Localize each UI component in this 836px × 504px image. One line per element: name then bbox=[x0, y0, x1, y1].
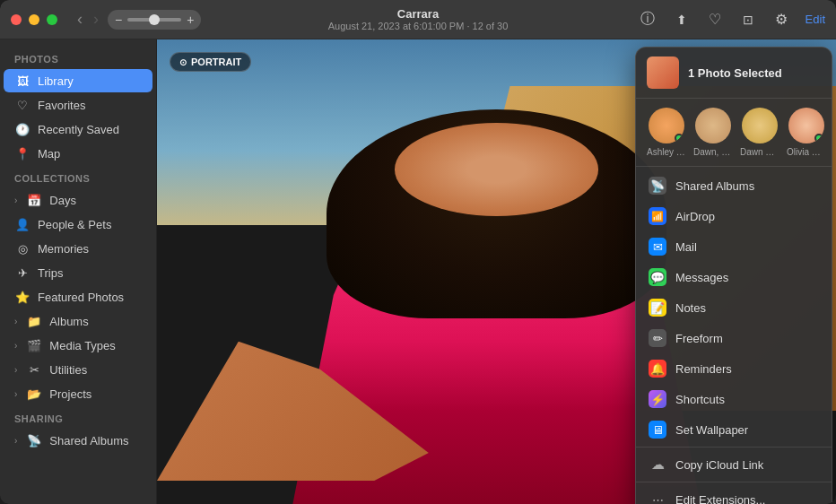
zoom-out-button[interactable]: − bbox=[115, 13, 122, 26]
menu-item-freeform[interactable]: ✏ Freeform bbox=[636, 323, 832, 353]
sidebar-item-library[interactable]: 🖼 Library bbox=[4, 69, 152, 92]
nav-controls: ‹ › − + bbox=[57, 8, 201, 30]
favorites-icon: ♡ bbox=[14, 97, 30, 113]
sidebar-item-recently-saved-label: Recently Saved bbox=[38, 123, 119, 136]
sidebar-item-featured-photos-label: Featured Photos bbox=[38, 291, 124, 304]
menu-item-mail[interactable]: ✉ Mail bbox=[636, 231, 832, 262]
sidebar-item-trips[interactable]: ✈ Trips bbox=[4, 261, 152, 284]
map-icon: 📍 bbox=[14, 145, 30, 161]
menu-item-airdrop[interactable]: 📶 AirDrop bbox=[636, 201, 832, 231]
sidebar-item-people-pets[interactable]: 👤 People & Pets bbox=[4, 213, 152, 236]
sidebar-item-albums[interactable]: › 📁 Albums bbox=[4, 309, 152, 333]
contact-avatar-olivia bbox=[788, 108, 824, 143]
sidebar-item-memories[interactable]: ◎ Memories bbox=[4, 237, 152, 260]
main-content: Photos 🖼 Library ♡ Favorites 🕐 Recently … bbox=[0, 39, 836, 504]
back-button[interactable]: ‹ bbox=[75, 8, 84, 30]
photo-area: ⊙ PORTRAIT 1 Photo Selected Ashley Rico bbox=[157, 39, 836, 504]
sharing-section-label: Sharing bbox=[0, 406, 156, 428]
icloud-icon: ☁ bbox=[649, 456, 666, 474]
airdrop-label: AirDrop bbox=[675, 210, 715, 223]
contact-avatar-dawn-ramirez bbox=[742, 108, 778, 143]
edit-button[interactable]: Edit bbox=[806, 13, 825, 26]
notes-label: Notes bbox=[675, 301, 706, 315]
utilities-icon: ✂ bbox=[26, 361, 42, 378]
contact-avatar-dawn-olivi bbox=[695, 108, 731, 143]
sidebar-item-people-pets-label: People & Pets bbox=[38, 218, 111, 231]
albums-chevron: › bbox=[14, 317, 17, 326]
sidebar-item-media-types-label: Media Types bbox=[49, 339, 115, 352]
library-icon: 🖼 bbox=[14, 73, 30, 89]
sidebar-item-favorites[interactable]: ♡ Favorites bbox=[4, 93, 152, 117]
sidebar-item-media-types[interactable]: › 🎬 Media Types bbox=[4, 334, 152, 357]
info-button[interactable]: ⓘ bbox=[637, 8, 658, 30]
menu-item-wallpaper[interactable]: 🖥 Set Wallpaper bbox=[636, 414, 832, 445]
favorite-button[interactable]: ♡ bbox=[705, 9, 725, 30]
crop-button[interactable]: ⊡ bbox=[739, 11, 757, 29]
menu-item-shared-albums[interactable]: 📡 Shared Albums bbox=[636, 170, 832, 201]
zoom-slider[interactable] bbox=[127, 18, 181, 22]
contact-ashley-rico[interactable]: Ashley Rico bbox=[647, 108, 686, 157]
sidebar-item-projects[interactable]: › 📂 Projects bbox=[4, 382, 152, 405]
face-layer bbox=[395, 123, 598, 216]
menu-item-notes[interactable]: 📝 Notes bbox=[636, 292, 832, 323]
sidebar-item-albums-label: Albums bbox=[49, 315, 88, 328]
zoom-in-button[interactable]: + bbox=[187, 13, 194, 26]
contact-dawn-olivi[interactable]: Dawn, Olivi...hers bbox=[693, 108, 733, 157]
sidebar-item-map[interactable]: 📍 Map bbox=[4, 142, 152, 165]
forward-button[interactable]: › bbox=[91, 8, 100, 30]
icloud-link-label: Copy iCloud Link bbox=[675, 458, 763, 472]
shared-albums-menu-icon: 📡 bbox=[649, 177, 666, 195]
window-title: Carrara bbox=[328, 7, 509, 21]
menu-item-extensions[interactable]: ⋯ Edit Extensions... bbox=[636, 484, 832, 504]
sidebar-item-shared-albums[interactable]: › 📡 Shared Albums bbox=[4, 429, 152, 452]
sidebar: Photos 🖼 Library ♡ Favorites 🕐 Recently … bbox=[0, 39, 157, 504]
shortcuts-icon: ⚡ bbox=[649, 390, 666, 408]
people-pets-icon: 👤 bbox=[14, 216, 30, 232]
title-center: Carrara August 21, 2023 at 6:01:00 PM · … bbox=[328, 7, 509, 31]
close-button[interactable] bbox=[11, 14, 22, 25]
window-subtitle: August 21, 2023 at 6:01:00 PM · 12 of 30 bbox=[328, 21, 509, 31]
portrait-badge: ⊙ PORTRAIT bbox=[170, 52, 251, 72]
maximize-button[interactable] bbox=[47, 14, 57, 25]
menu-item-shortcuts[interactable]: ⚡ Shortcuts bbox=[636, 384, 832, 414]
sidebar-item-utilities[interactable]: › ✂ Utilities bbox=[4, 358, 152, 381]
media-types-chevron: › bbox=[14, 341, 17, 351]
app-window: ‹ › − + Carrara August 21, 2023 at 6:01:… bbox=[0, 0, 836, 504]
freeform-icon: ✏ bbox=[649, 329, 666, 347]
photos-section-label: Photos bbox=[0, 47, 156, 68]
adjust-button[interactable]: ⚙ bbox=[771, 9, 791, 30]
extensions-icon: ⋯ bbox=[649, 491, 666, 504]
contact-dawn-ramirez[interactable]: Dawn Ramirez bbox=[740, 108, 779, 157]
zoom-control: − + bbox=[108, 10, 201, 30]
contact-olivia-rico[interactable]: Olivia Rico bbox=[787, 108, 826, 157]
minimize-button[interactable] bbox=[29, 14, 39, 25]
sidebar-item-shared-albums-label: Shared Albums bbox=[49, 434, 128, 448]
sidebar-item-days-label: Days bbox=[49, 194, 76, 207]
shortcuts-label: Shortcuts bbox=[675, 393, 725, 406]
sidebar-item-projects-label: Projects bbox=[49, 387, 91, 401]
portrait-icon: ⊙ bbox=[179, 57, 187, 67]
contact-name-dawn-olivi: Dawn, Olivi...hers bbox=[693, 147, 733, 157]
sidebar-item-library-label: Library bbox=[38, 74, 74, 88]
sidebar-item-featured-photos[interactable]: ⭐ Featured Photos bbox=[4, 285, 152, 308]
menu-item-icloud-link[interactable]: ☁ Copy iCloud Link bbox=[636, 449, 832, 480]
sidebar-item-map-label: Map bbox=[38, 147, 60, 161]
menu-item-reminders[interactable]: 🔔 Reminders bbox=[636, 353, 832, 384]
shared-albums-menu-label: Shared Albums bbox=[675, 179, 754, 193]
traffic-lights bbox=[11, 14, 57, 25]
airdrop-icon: 📶 bbox=[649, 207, 666, 225]
menu-item-messages[interactable]: 💬 Messages bbox=[636, 262, 832, 292]
sidebar-item-recently-saved[interactable]: 🕐 Recently Saved bbox=[4, 117, 152, 141]
days-chevron: › bbox=[14, 196, 17, 205]
share-button[interactable]: ⬆ bbox=[673, 11, 691, 29]
utilities-chevron: › bbox=[14, 365, 17, 375]
sidebar-item-utilities-label: Utilities bbox=[49, 363, 87, 377]
sidebar-item-memories-label: Memories bbox=[38, 242, 89, 256]
reminders-icon: 🔔 bbox=[649, 360, 666, 378]
popup-divider-2 bbox=[636, 482, 832, 482]
online-dot-olivia bbox=[814, 134, 823, 143]
albums-icon: 📁 bbox=[26, 313, 42, 329]
sidebar-item-days[interactable]: › 📅 Days bbox=[4, 188, 152, 212]
title-bar: ‹ › − + Carrara August 21, 2023 at 6:01:… bbox=[0, 0, 836, 39]
trips-icon: ✈ bbox=[14, 265, 30, 281]
